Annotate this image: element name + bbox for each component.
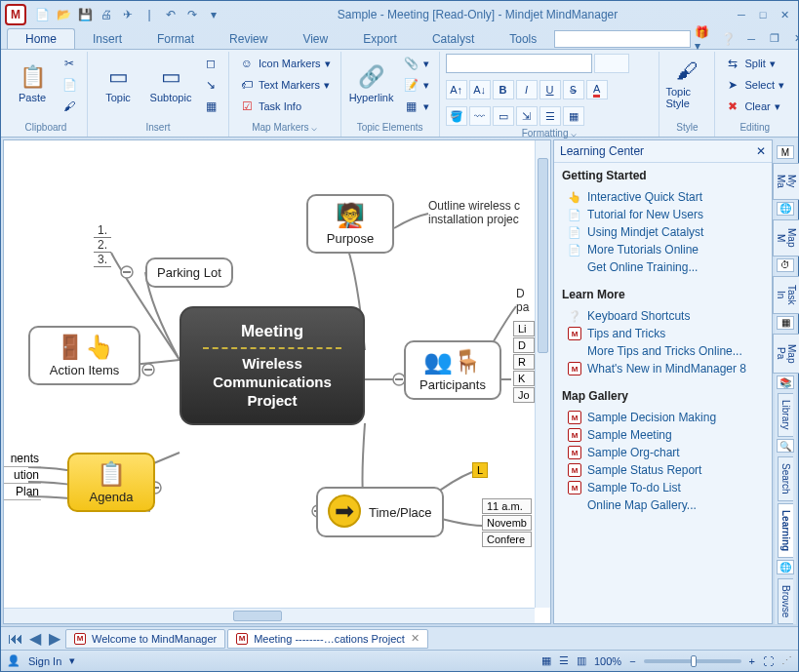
bold-button[interactable]: B bbox=[493, 80, 514, 99]
doctab-close-icon[interactable]: ✕ bbox=[411, 632, 419, 645]
task-info-button[interactable]: ☑Task Info bbox=[235, 97, 335, 116]
maximize-button[interactable]: □ bbox=[753, 6, 773, 23]
font-family-combo[interactable] bbox=[446, 54, 592, 73]
signin-dropdown-icon[interactable]: ▾ bbox=[69, 654, 75, 667]
new-icon[interactable]: 📄 bbox=[32, 5, 52, 24]
shrink-font-button[interactable]: A↓ bbox=[469, 80, 491, 99]
grow-font-button[interactable]: A↑ bbox=[446, 80, 467, 99]
scrollbar-thumb[interactable] bbox=[538, 158, 548, 353]
righttab-taskinfo-icon[interactable]: ⏱ bbox=[777, 258, 794, 272]
open-icon[interactable]: 📂 bbox=[54, 5, 73, 24]
format-painter-button[interactable]: 🖌 bbox=[58, 97, 81, 116]
doctab-meeting[interactable]: M Meeting --------…cations Project ✕ bbox=[227, 629, 428, 649]
tab-review[interactable]: Review bbox=[212, 29, 285, 49]
close-button[interactable]: ✕ bbox=[775, 6, 794, 23]
resize-grip-icon[interactable]: ⋰ bbox=[781, 654, 792, 667]
lc-link[interactable]: MSample To-do List bbox=[562, 479, 764, 496]
tab-next-icon[interactable]: ▶ bbox=[46, 630, 63, 648]
zoom-in-icon[interactable]: + bbox=[749, 655, 755, 667]
insert-extra2[interactable]: ↘ bbox=[199, 75, 222, 95]
gift-icon[interactable]: 🎁▾ bbox=[695, 29, 714, 49]
topic-style-button[interactable]: 🖌 Topic Style bbox=[665, 54, 708, 114]
righttab-search-icon[interactable]: 🔍 bbox=[777, 439, 794, 453]
node-parking-lot[interactable]: Parking Lot bbox=[145, 257, 233, 288]
node-purpose[interactable]: 🧑‍🏫 Purpose bbox=[306, 194, 394, 254]
subtopic-button[interactable]: ▭ Subtopic bbox=[146, 54, 195, 114]
app-logo[interactable]: M bbox=[5, 4, 26, 25]
node-central[interactable]: Meeting Wireless Communications Project bbox=[180, 306, 365, 425]
lc-link[interactable]: Online Map Gallery... bbox=[562, 496, 764, 514]
strike-button[interactable]: S̶ bbox=[563, 80, 584, 99]
tab-home[interactable]: Home bbox=[7, 28, 75, 49]
layout-button[interactable]: ☰ bbox=[539, 106, 561, 126]
zoom-handle[interactable] bbox=[691, 655, 697, 667]
righttab-mapparts-icon[interactable]: ▦ bbox=[777, 316, 794, 330]
line-color-button[interactable]: 〰 bbox=[469, 106, 491, 126]
insert-extra1[interactable]: ◻ bbox=[199, 54, 222, 73]
zoom-slider[interactable] bbox=[644, 659, 741, 663]
notes-button[interactable]: 📝▾ bbox=[400, 75, 433, 95]
lc-link[interactable]: MTips and Tricks bbox=[562, 325, 764, 342]
lc-link[interactable]: 📄Tutorial for New Users bbox=[562, 206, 764, 223]
lc-link[interactable]: More Tips and Tricks Online... bbox=[562, 342, 764, 360]
panel-close-icon[interactable]: ✕ bbox=[756, 144, 766, 158]
undo-icon[interactable]: ↶ bbox=[161, 5, 180, 24]
cut-button[interactable]: ✂ bbox=[58, 54, 81, 73]
righttab-mymaps-icon[interactable]: M bbox=[777, 145, 794, 159]
attachment-button[interactable]: 📎▾ bbox=[400, 54, 433, 73]
righttab-search[interactable]: Search bbox=[778, 456, 793, 501]
help-icon[interactable]: ❔ bbox=[718, 29, 738, 49]
text-markers-button[interactable]: 🏷Text Markers ▾ bbox=[235, 75, 335, 95]
righttab-browse-icon[interactable]: 🌐 bbox=[777, 560, 794, 573]
copy-button[interactable]: 📄 bbox=[58, 75, 81, 95]
lc-link[interactable]: MWhat's New in MindManager 8 bbox=[562, 360, 764, 377]
doctab-welcome[interactable]: M Welcome to MindManager bbox=[65, 629, 225, 649]
image-fill-button[interactable]: ▦ bbox=[563, 106, 584, 126]
zoom-value[interactable]: 100% bbox=[594, 655, 621, 667]
ribbon-restore-button[interactable]: ❐ bbox=[765, 30, 784, 48]
clear-button[interactable]: ✖Clear ▾ bbox=[721, 97, 788, 116]
horizontal-scrollbar[interactable] bbox=[4, 608, 535, 623]
signin-icon[interactable]: 👤 bbox=[7, 654, 20, 667]
righttab-task-info[interactable]: Task In bbox=[773, 276, 799, 314]
zoom-out-icon[interactable]: − bbox=[629, 655, 635, 667]
righttab-learning[interactable]: Learning bbox=[778, 503, 793, 558]
send-icon[interactable]: ✈ bbox=[118, 5, 138, 24]
save-icon[interactable]: 💾 bbox=[75, 5, 95, 24]
italic-button[interactable]: I bbox=[516, 80, 538, 99]
font-color-button[interactable]: A bbox=[586, 80, 608, 99]
lc-link[interactable]: Get Online Training... bbox=[562, 258, 764, 276]
lc-link[interactable]: 📄Using Mindjet Catalyst bbox=[562, 223, 764, 241]
paste-button[interactable]: 📋 Paste bbox=[11, 54, 54, 114]
tab-prev-icon[interactable]: ◀ bbox=[26, 630, 44, 648]
redo-icon[interactable]: ↷ bbox=[182, 5, 202, 24]
print-icon[interactable]: 🖨 bbox=[97, 5, 116, 24]
view-filter-icon[interactable]: ▥ bbox=[577, 654, 586, 667]
lc-link[interactable]: ❔Keyboard Shortcuts bbox=[562, 307, 764, 325]
growth-button[interactable]: ⇲ bbox=[516, 106, 538, 126]
signin-link[interactable]: Sign In bbox=[28, 655, 61, 667]
select-button[interactable]: ➤Select ▾ bbox=[721, 75, 788, 95]
righttab-map-markers[interactable]: Map M bbox=[773, 219, 799, 257]
view-normal-icon[interactable]: ▦ bbox=[541, 654, 551, 667]
righttab-mapmarkers-icon[interactable]: 🌐 bbox=[777, 202, 794, 216]
icon-markers-button[interactable]: ☺Icon Markers ▾ bbox=[235, 54, 335, 73]
view-outline-icon[interactable]: ☰ bbox=[559, 654, 569, 667]
ribbon-close-button[interactable]: ✕ bbox=[788, 30, 799, 48]
tab-export[interactable]: Export bbox=[345, 29, 415, 49]
node-action-items[interactable]: 🚪👆 Action Items bbox=[28, 326, 140, 385]
righttab-my-maps[interactable]: My Ma bbox=[773, 163, 799, 199]
tab-format[interactable]: Format bbox=[140, 29, 212, 49]
lc-link[interactable]: MSample Meeting bbox=[562, 426, 764, 444]
fit-icon[interactable]: ⛶ bbox=[763, 655, 774, 667]
lc-link[interactable]: MSample Org-chart bbox=[562, 444, 764, 461]
ribbon-minimize-button[interactable]: ─ bbox=[741, 30, 761, 48]
righttab-browse[interactable]: Browse bbox=[778, 578, 793, 624]
insert-extra3[interactable]: ▦ bbox=[199, 97, 222, 116]
hyperlink-button[interactable]: 🔗 Hyperlink bbox=[347, 54, 396, 114]
more-elements-button[interactable]: ▦▾ bbox=[400, 97, 433, 116]
minimize-button[interactable]: ─ bbox=[732, 6, 751, 23]
qat-dropdown-icon[interactable]: ▾ bbox=[204, 5, 223, 24]
tab-first-icon[interactable]: ⏮ bbox=[7, 630, 24, 648]
lc-link[interactable]: 👆Interactive Quick Start bbox=[562, 188, 764, 206]
